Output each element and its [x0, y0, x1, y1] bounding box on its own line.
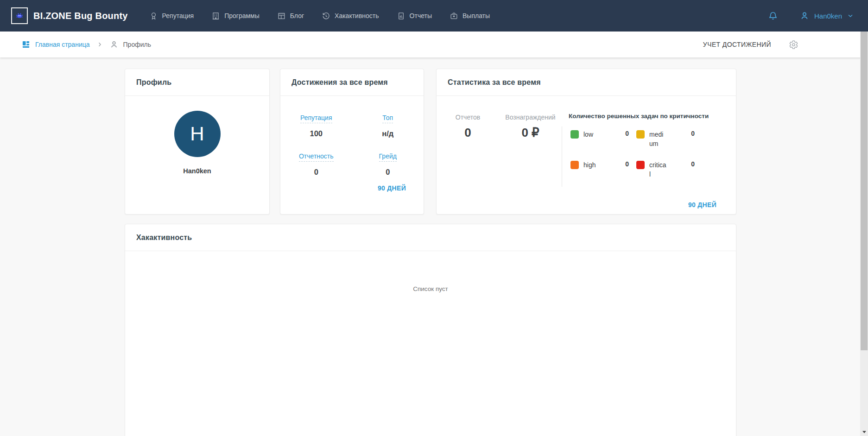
navbar-right: Han0ken: [768, 11, 854, 21]
breadcrumb-home-label: Главная страница: [35, 41, 90, 48]
profile-username: Han0ken: [183, 167, 211, 175]
chevron-right-icon: [96, 41, 103, 48]
empty-list-text: Список пуст: [125, 285, 736, 292]
report-icon: [397, 12, 405, 20]
nav-item-blog[interactable]: Блог: [277, 12, 304, 20]
stat-label[interactable]: Репутация: [300, 114, 332, 123]
achievements-card-title: Достижения за все время: [280, 69, 424, 96]
legend-label: low: [583, 130, 601, 139]
achievements-card: Достижения за все время Репутация 100 То…: [280, 69, 424, 215]
profile-card-title: Профиль: [125, 69, 269, 96]
person-icon: [799, 11, 810, 21]
critical-swatch-icon: [636, 161, 645, 169]
high-swatch-icon: [570, 161, 579, 169]
nav-item-label: Репутация: [162, 12, 194, 19]
legend-count: 0: [625, 130, 632, 137]
breadcrumb-current: Профиль: [109, 40, 151, 49]
legend-item-medium: medium 0: [636, 130, 697, 148]
medium-swatch-icon: [636, 130, 645, 139]
stat-value: 0: [280, 168, 352, 177]
nav-item-label: Выплаты: [463, 12, 490, 19]
legend-label: high: [583, 160, 601, 170]
statistics-card-title: Статистика за все время: [437, 69, 736, 96]
nav-item-hackactivity[interactable]: Хакактивность: [322, 12, 379, 20]
dashboard-grid-icon: [21, 40, 31, 49]
hackactivity-body: Список пуст: [125, 251, 736, 292]
summary-cards-row: Профиль H Han0ken Достижения за все врем…: [125, 69, 736, 215]
hackactivity-card-title: Хакактивность: [125, 224, 736, 251]
legend-item-low: low 0: [570, 130, 632, 148]
breadcrumb-home-link[interactable]: Главная страница: [21, 40, 90, 49]
nav-item-payouts[interactable]: Выплаты: [450, 12, 490, 20]
criticality-legend: low 0 medium 0 high 0: [570, 130, 727, 179]
legend-item-high: high 0: [570, 160, 632, 179]
statistics-card: Статистика за все время Отчетов 0 Вознаг…: [436, 69, 736, 215]
counter-value: 0: [437, 126, 499, 140]
building-icon: [211, 12, 220, 20]
breadcrumb-bar: Главная страница Профиль УЧЕТ ДОСТИЖЕНИЙ: [0, 32, 868, 57]
stat-label[interactable]: Топ: [382, 114, 393, 123]
hackactivity-card: Хакактивность Список пуст: [125, 224, 736, 436]
scrollbar-down-arrow[interactable]: [860, 429, 868, 435]
person-icon: [109, 40, 119, 49]
breadcrumb-current-label: Профиль: [123, 41, 151, 48]
low-swatch-icon: [570, 130, 579, 139]
newspaper-icon: [277, 12, 286, 20]
criticality-section: Количество решенных задач по критичности…: [562, 96, 736, 187]
stat-value: 100: [280, 129, 352, 138]
avatar: H: [174, 111, 221, 157]
top-navbar: BI.ZONE Bug Bounty Репутация Программы: [0, 0, 868, 32]
stat-reputation: Репутация 100: [280, 114, 352, 138]
nav-item-reputation[interactable]: Репутация: [149, 12, 194, 20]
profile-card: Профиль H Han0ken: [125, 69, 270, 215]
statistics-90-days-link[interactable]: 90 ДНЕЙ: [688, 201, 716, 209]
achievements-90-days-link[interactable]: 90 ДНЕЙ: [378, 184, 406, 192]
brand-title: BI.ZONE Bug Bounty: [33, 11, 128, 21]
stat-label[interactable]: Грейд: [379, 152, 397, 162]
bug-logo-icon[interactable]: [11, 7, 28, 24]
statistics-counters: Отчетов 0 Вознаграждений 0 ₽: [437, 96, 562, 187]
nav-item-label: Программы: [224, 12, 260, 19]
legend-count: 0: [625, 160, 632, 168]
nav-item-reports[interactable]: Отчеты: [397, 12, 432, 20]
history-icon: [322, 12, 330, 20]
main-navigation: Репутация Программы Блог: [149, 12, 490, 20]
legend-label: critical: [649, 160, 667, 179]
achievements-accounting-link[interactable]: УЧЕТ ДОСТИЖЕНИЙ: [703, 41, 771, 48]
award-icon: [149, 12, 158, 20]
user-menu[interactable]: Han0ken: [799, 11, 854, 21]
profile-card-body: H Han0ken: [125, 96, 269, 175]
counter-reports: Отчетов 0: [437, 114, 499, 187]
legend-count: 0: [691, 160, 697, 168]
legend-label: medium: [649, 130, 667, 148]
briefcase-icon: [450, 12, 458, 20]
user-name: Han0ken: [814, 12, 842, 20]
legend-count: 0: [691, 130, 697, 137]
bell-icon[interactable]: [768, 11, 778, 21]
counter-rewards: Вознаграждений 0 ₽: [499, 114, 562, 187]
bug-bounty-dashboard: BI.ZONE Bug Bounty Репутация Программы: [0, 0, 868, 436]
stat-value: 0: [352, 168, 424, 177]
counter-label: Вознаграждений: [499, 114, 562, 121]
stat-reporting: Отчетность 0: [280, 152, 352, 177]
achievements-grid: Репутация 100 Топ н/д Отчетность 0 Грейд…: [280, 96, 424, 177]
counter-value: 0 ₽: [499, 126, 562, 140]
scrollbar-thumb[interactable]: [861, 32, 868, 350]
stat-value: н/д: [352, 129, 424, 138]
criticality-title: Количество решенных задач по критичности: [569, 113, 727, 120]
stat-label[interactable]: Отчетность: [299, 152, 334, 162]
gear-icon[interactable]: [789, 40, 798, 50]
vertical-scrollbar[interactable]: [860, 32, 868, 436]
nav-item-programs[interactable]: Программы: [211, 12, 260, 20]
legend-item-critical: critical 0: [636, 160, 697, 179]
chevron-down-icon: [847, 12, 854, 19]
topbar-right: УЧЕТ ДОСТИЖЕНИЙ: [703, 40, 798, 50]
counter-label: Отчетов: [437, 114, 499, 121]
main-content: Профиль H Han0ken Достижения за все врем…: [0, 57, 860, 436]
nav-item-label: Хакактивность: [335, 12, 379, 19]
statistics-body: Отчетов 0 Вознаграждений 0 ₽ Количество …: [437, 96, 736, 187]
stat-grade: Грейд 0: [352, 152, 424, 177]
nav-item-label: Блог: [290, 12, 304, 19]
stat-top: Топ н/д: [352, 114, 424, 138]
nav-item-label: Отчеты: [410, 12, 432, 19]
